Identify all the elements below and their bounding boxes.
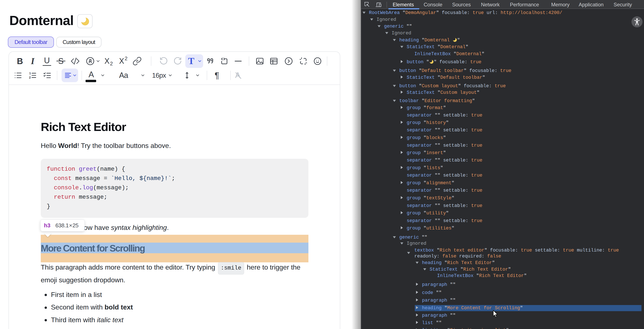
svg-text:2: 2 — [29, 76, 31, 79]
svg-text:1: 1 — [29, 72, 31, 75]
